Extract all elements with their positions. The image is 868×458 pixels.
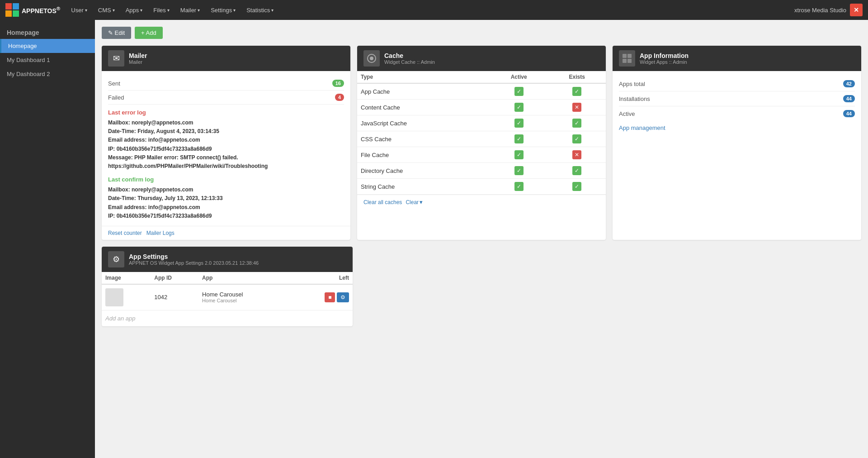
mailer-subtitle: Mailer: [129, 59, 147, 65]
add-button[interactable]: + Add: [135, 27, 163, 39]
cache-active-cell: ✓: [490, 179, 548, 195]
clear-dropdown[interactable]: Clear ▾: [406, 199, 423, 205]
confirm-mailbox: noreply@appnetos.com: [132, 186, 193, 193]
mailer-footer: Reset counter Mailer Logs: [102, 226, 350, 240]
reset-counter-button[interactable]: Reset counter: [108, 230, 142, 236]
app-col-image: Image: [102, 272, 151, 284]
cache-exists-cell: ✓: [548, 115, 606, 131]
confirm-log-text: Mailbox: noreply@appnetos.com Date-Time:…: [108, 186, 344, 220]
app-image-cell: [102, 284, 151, 310]
error-ip-label: IP:: [108, 146, 115, 152]
error-mailbox: noreply@appnetos.com: [132, 119, 193, 126]
cache-exists-cell: ✓: [548, 179, 606, 195]
cache-col-type: Type: [357, 71, 490, 83]
app-info-widget: App Information Widget Apps :: Admin App…: [613, 46, 861, 240]
check-red-icon: ✕: [572, 103, 581, 112]
nav-item-files[interactable]: Files: [149, 4, 174, 16]
cache-widget-header: Cache Widget Cache :: Admin: [357, 46, 606, 71]
widgets-top-row: ✉ Mailer Mailer Sent 16 Failed 4: [102, 46, 861, 240]
error-mailbox-label: Mailbox:: [108, 119, 130, 126]
check-green-icon: ✓: [572, 134, 581, 143]
svg-rect-8: [623, 59, 627, 63]
nav-item-cms[interactable]: CMS: [94, 4, 119, 16]
mailer-body: Sent 16 Failed 4 Last error log Mailbox:…: [102, 71, 350, 226]
app-settings-button[interactable]: ⚙: [337, 292, 349, 302]
sidebar-item-dashboard2[interactable]: My Dashboard 2: [0, 67, 95, 81]
error-message-label: Message:: [108, 154, 133, 161]
error-datetime-label: Date-Time:: [108, 128, 136, 134]
app-img-placeholder: [105, 288, 123, 306]
cache-table-row: Directory Cache✓✓: [357, 163, 606, 179]
topnav-right: xtrose Media Studio ✕: [794, 4, 863, 16]
confirm-mailbox-label: Mailbox:: [108, 186, 130, 193]
cache-table-row: CSS Cache✓✓: [357, 131, 606, 147]
check-green-icon: ✓: [514, 134, 524, 143]
apps-total-row: Apps total 42: [619, 76, 855, 91]
mailer-sent-label: Sent: [108, 80, 120, 87]
mailer-icon: ✉: [108, 50, 124, 67]
cache-exists-cell: ✓: [548, 163, 606, 179]
add-app-label: Add an app: [105, 315, 136, 322]
app-info-header: App Information Widget Apps :: Admin: [613, 46, 861, 71]
cache-exists-cell: ✕: [548, 147, 606, 163]
svg-point-5: [370, 57, 373, 60]
app-info-icon: [619, 50, 635, 67]
app-settings-table: Image App ID App Left 1042 H: [102, 272, 353, 310]
cache-footer: Clear all caches Clear ▾: [357, 195, 606, 209]
close-button[interactable]: ✕: [850, 4, 863, 16]
sidebar-item-dashboard1[interactable]: My Dashboard 1: [0, 53, 95, 67]
app-info-subtitle: Widget Apps :: Admin: [640, 59, 689, 65]
bottom-spacer: [359, 247, 861, 326]
user-info: xtrose Media Studio: [794, 7, 846, 14]
cache-type-cell: JavaScript Cache: [357, 115, 490, 131]
app-info-body: Apps total 42 Installations 44 Active 44…: [613, 71, 861, 140]
nav-item-statistics[interactable]: Statistics: [242, 4, 278, 16]
app-settings-header: ⚙ App Settings APPNET OS Widget App Sett…: [102, 247, 353, 272]
cache-active-cell: ✓: [490, 100, 548, 115]
svg-rect-1: [13, 3, 19, 10]
sidebar-item-homepage[interactable]: Homepage: [0, 39, 95, 53]
clear-caret-icon[interactable]: ▾: [420, 199, 423, 205]
cache-active-cell: ✓: [490, 83, 548, 100]
svg-rect-6: [623, 54, 627, 58]
confirm-email-label: Email address:: [108, 204, 146, 210]
app-settings-title: App Settings: [129, 253, 259, 260]
nav-item-user[interactable]: User: [66, 4, 91, 16]
app-management-link[interactable]: App management: [619, 121, 855, 135]
cache-active-cell: ✓: [490, 163, 548, 179]
mailer-logs-button[interactable]: Mailer Logs: [146, 230, 175, 236]
cache-subtitle: Widget Cache :: Admin: [384, 59, 435, 65]
cache-table-row: JavaScript Cache✓✓: [357, 115, 606, 131]
app-remove-button[interactable]: ■: [325, 292, 335, 302]
confirm-log-section: Last confirm log Mailbox: noreply@appnet…: [108, 176, 344, 220]
error-log-section: Last error log Mailbox: noreply@appnetos…: [108, 109, 344, 171]
svg-rect-7: [627, 54, 632, 58]
cache-body: Type Active Exists App Cache✓✓Content Ca…: [357, 71, 606, 195]
check-green-icon: ✓: [572, 119, 581, 128]
main-content: ✎ Edit + Add ✉ Mailer Mailer Sent 16: [95, 20, 868, 458]
confirm-datetime-label: Date-Time:: [108, 195, 136, 201]
app-col-app: App: [198, 272, 292, 284]
cache-exists-cell: ✓: [548, 83, 606, 100]
cache-active-cell: ✓: [490, 131, 548, 147]
cache-widget: Cache Widget Cache :: Admin Type Active …: [357, 46, 606, 240]
nav-item-mailer[interactable]: Mailer: [176, 4, 204, 16]
widgets-bottom-row: ⚙ App Settings APPNET OS Widget App Sett…: [102, 247, 861, 326]
clear-all-caches-button[interactable]: Clear all caches: [363, 199, 402, 205]
cache-table-row: File Cache✓✕: [357, 147, 606, 163]
brand-logo-icon: [5, 3, 19, 17]
error-email-label: Email address:: [108, 137, 146, 143]
cache-table-row: Content Cache✓✕: [357, 100, 606, 115]
cache-exists-cell: ✓: [548, 131, 606, 147]
brand-name: APPNETOS®: [22, 5, 60, 14]
edit-button[interactable]: ✎ Edit: [102, 27, 131, 39]
nav-item-settings[interactable]: Settings: [206, 4, 240, 16]
cache-svg-icon: [367, 53, 377, 63]
sidebar: Homepage Homepage My Dashboard 1 My Dash…: [0, 20, 95, 458]
check-green-icon: ✓: [572, 87, 581, 96]
svg-rect-0: [5, 3, 12, 10]
svg-rect-9: [627, 59, 632, 63]
mailer-failed-row: Failed 4: [108, 91, 344, 105]
clear-button[interactable]: Clear: [406, 199, 419, 205]
nav-item-apps[interactable]: Apps: [121, 4, 147, 16]
